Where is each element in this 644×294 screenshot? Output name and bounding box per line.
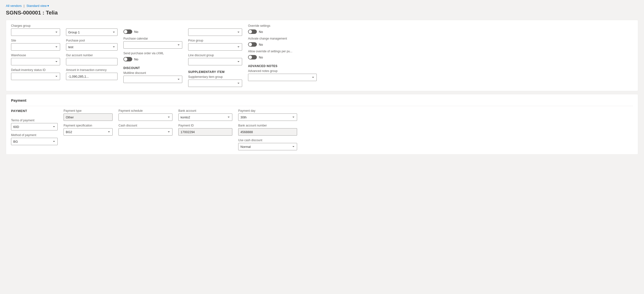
charges-group-field: Charges group	[11, 24, 60, 36]
payment-schedule-label: Payment schedule	[118, 109, 172, 113]
purchase-calendar-select[interactable]	[124, 41, 182, 49]
payment-schedule-field: Payment schedule	[118, 109, 172, 121]
default-inventory-status-field: Default inventory status ID	[11, 68, 60, 80]
send-cxml-value: No	[134, 58, 138, 61]
bank-account-number-input[interactable]	[238, 128, 297, 136]
override-settings-label: Override settings	[248, 24, 317, 28]
send-purchase-order-cxml-field: Send purchase order via cXML No	[124, 52, 182, 61]
line-discount-group-field: Line discount group	[188, 54, 242, 65]
cash-discount-field: Cash discount	[118, 124, 172, 136]
cash-discount-label: Cash discount	[118, 124, 172, 127]
activate-change-management-label: Activate change management	[248, 37, 317, 40]
toggle1-value: No	[134, 30, 138, 34]
payment-day-select[interactable]: 30th	[238, 114, 297, 121]
bank-account-number-label: Bank account number	[238, 124, 297, 127]
payment-id-input[interactable]	[178, 128, 232, 136]
override-settings-value: No	[259, 30, 263, 34]
payment-id-field: Payment ID	[178, 124, 232, 136]
send-cxml-toggle[interactable]	[124, 57, 132, 61]
page-container: All vendors | Standard view ▾ SGNS-00000…	[0, 0, 644, 294]
site-label: Site	[11, 39, 60, 42]
multiline-discount-select[interactable]	[124, 76, 182, 83]
advanced-notes-header: ADVANCED NOTES	[248, 64, 317, 68]
multiline-discount-label: Multiline discount	[124, 71, 182, 75]
default-inventory-status-label: Default inventory status ID	[11, 68, 60, 72]
supplementary-item-group-label: Supplementary item group	[188, 75, 242, 79]
override-settings-field: Override settings No	[248, 24, 317, 34]
activate-change-value: No	[259, 43, 263, 47]
amount-transaction-currency-field: Amount in transaction currency	[66, 68, 118, 80]
discount-header: DISCOUNT	[124, 66, 182, 70]
warehouse-field: Warehouse	[11, 54, 60, 65]
payment-section-card: Payment PAYMENT Terms of payment 60D Met…	[6, 94, 638, 154]
price-group-select[interactable]	[188, 43, 242, 51]
advanced-notes-group-label: Advanced notes group	[248, 69, 317, 73]
payment-divider	[11, 106, 633, 106]
supplementary-item-group-field: Supplementary item group	[188, 75, 242, 87]
group1-select[interactable]: Group 1	[66, 29, 118, 36]
payment-type-field: Payment type	[64, 109, 112, 121]
purchase-pool-select[interactable]: test	[66, 43, 118, 51]
cash-discount-select[interactable]	[118, 128, 172, 136]
toggle1-row: No	[124, 30, 182, 34]
site-select[interactable]	[11, 43, 60, 51]
line-discount-group-select[interactable]	[188, 58, 242, 65]
activate-change-toggle[interactable]	[248, 42, 257, 47]
toggle1-switch[interactable]	[124, 30, 132, 34]
warehouse-label: Warehouse	[11, 54, 60, 57]
allow-override-toggle[interactable]	[248, 55, 257, 60]
all-vendors-link[interactable]: All vendors	[6, 4, 22, 8]
use-cash-discount-field: Use cash discount Normal	[238, 139, 297, 150]
breadcrumb-separator: |	[24, 4, 24, 8]
terms-of-payment-label: Terms of payment	[11, 119, 58, 122]
use-cash-discount-select[interactable]: Normal	[238, 143, 297, 150]
advanced-notes-group-select[interactable]	[248, 74, 317, 81]
breadcrumb: All vendors | Standard view ▾	[6, 4, 638, 8]
amount-transaction-currency-input[interactable]	[66, 73, 118, 80]
method-of-payment-field: Method of payment BG	[11, 133, 58, 145]
purchase-calendar-field: Purchase calendar	[124, 37, 182, 49]
our-account-number-input[interactable]	[66, 58, 118, 65]
advanced-notes-group-field: Advanced notes group	[248, 69, 317, 81]
site-field: Site	[11, 39, 60, 51]
standard-view-link[interactable]: Standard view ▾	[26, 4, 49, 8]
price-group-label: Price group	[188, 39, 242, 42]
toggle1-field: spacer No	[124, 24, 182, 34]
method-of-payment-label: Method of payment	[11, 133, 58, 137]
dropdown1-field: spacer	[188, 24, 242, 36]
payment-specification-label: Payment specification	[64, 124, 112, 127]
use-cash-discount-label: Use cash discount	[238, 139, 297, 142]
payment-type-input[interactable]	[64, 114, 112, 121]
terms-of-payment-select[interactable]: 60D	[11, 123, 58, 130]
activate-change-toggle-row: No	[248, 42, 317, 47]
amount-transaction-currency-label: Amount in transaction currency	[66, 68, 118, 72]
payment-schedule-select[interactable]	[118, 114, 172, 121]
charges-group-select[interactable]	[11, 29, 60, 36]
charges-group-label: Charges group	[11, 24, 60, 28]
payment-day-label: Payment day	[238, 109, 297, 113]
supplementary-item-group-select[interactable]	[188, 80, 242, 87]
bank-account-label: Bank account	[178, 109, 232, 113]
purchase-pool-label: Purchase pool	[66, 39, 118, 42]
bank-account-select[interactable]: konto2	[178, 114, 232, 121]
override-settings-toggle[interactable]	[248, 30, 257, 34]
payment-specification-select[interactable]: BG2	[64, 128, 112, 136]
default-inventory-status-select[interactable]	[11, 73, 60, 80]
allow-override-field: Allow override of settings per pu... No	[248, 50, 317, 60]
supplementary-item-header: SUPPLEMENTARY ITEM	[188, 70, 242, 74]
group1-dropdown-field: spacer Group 1	[66, 24, 118, 36]
warehouse-select[interactable]	[11, 58, 60, 65]
purchase-calendar-label: Purchase calendar	[124, 37, 182, 40]
payment-header: PAYMENT	[11, 109, 58, 113]
method-of-payment-select[interactable]: BG	[11, 138, 58, 145]
payment-id-label: Payment ID	[178, 124, 232, 127]
bank-account-field: Bank account konto2	[178, 109, 232, 121]
our-account-number-label: Our account number	[66, 54, 118, 57]
line-discount-group-label: Line discount group	[188, 54, 242, 57]
allow-override-value: No	[259, 56, 263, 59]
activate-change-management-field: Activate change management No	[248, 37, 317, 47]
payment-specification-field: Payment specification BG2	[64, 124, 112, 136]
payment-type-label: Payment type	[64, 109, 112, 113]
dropdown1-select[interactable]	[188, 29, 242, 36]
page-title: SGNS-000001 : Telia	[6, 10, 638, 16]
